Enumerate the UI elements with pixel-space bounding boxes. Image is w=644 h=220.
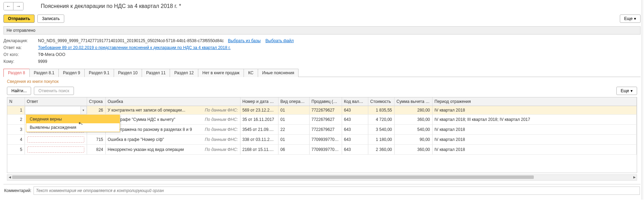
cell-ded: 540,00 — [394, 125, 432, 135]
col-deduct[interactable]: Сумма вычета НДС — [394, 97, 432, 106]
scroll-left-icon[interactable]: ◀ — [7, 175, 12, 180]
scroll-thumb[interactable] — [12, 175, 534, 179]
cell-ded: 360,00 — [394, 145, 432, 155]
answer-input[interactable] — [25, 106, 80, 114]
cell-num: 569 от 23.12.2018 — [240, 106, 278, 115]
cell-period: IV квартал 2018; III квартал 2018; IV кв… — [432, 115, 637, 125]
col-answer[interactable]: Ответ — [25, 97, 87, 106]
cell-period: IV квартал 2018 — [432, 145, 637, 155]
chevron-down-icon: ▾ — [631, 88, 633, 93]
tab-section-8-1[interactable]: Раздел 8.1 — [29, 69, 59, 77]
cell-cur: 643 — [342, 145, 368, 155]
cell-n: 2 — [7, 115, 25, 125]
page-title: Пояснения к декларации по НДС за 4 кварт… — [41, 3, 181, 9]
cell-seller: 7722679627 — [309, 106, 342, 115]
tab-section-11[interactable]: Раздел 11 — [142, 69, 170, 77]
cell-num: 3545 от 21.09.2018 — [240, 125, 278, 135]
table-row[interactable]: 4 715 Ошибка в графе "Номер с/ф"По данны… — [7, 135, 637, 145]
tab-not-in-sales[interactable]: Нет в книге продаж — [198, 69, 244, 77]
pick-from-db-link[interactable]: Выбрать из базы — [228, 38, 261, 43]
from-value: ТФ-Мега ООО — [38, 52, 65, 57]
nav-forward-button[interactable]: → — [13, 2, 23, 10]
cell-num: 2168 от 15.11.2018 — [240, 145, 278, 155]
tab-ks[interactable]: КС — [244, 69, 258, 77]
cell-op: 01 — [278, 115, 309, 125]
tab-section-12[interactable]: Раздел 12 — [170, 69, 198, 77]
pick-file-link[interactable]: Выбрать файл — [265, 38, 294, 43]
cell-cost: 3 540,00 — [368, 125, 394, 135]
tab-section-10[interactable]: Раздел 10 — [114, 69, 142, 77]
info-block: Декларация: NO_NDS_9999_9999_77142771917… — [3, 37, 641, 65]
chevron-down-icon: ▾ — [634, 16, 636, 21]
nav-back-button[interactable]: ← — [4, 2, 13, 10]
col-period[interactable]: Период отражения — [432, 97, 637, 106]
table-row[interactable]: 1 ▾ 26 У контрагента нет записи об опера… — [7, 106, 637, 115]
cell-ded: 90,00 — [394, 135, 432, 145]
answer-cell[interactable] — [25, 135, 87, 145]
horizontal-scrollbar[interactable]: ◀ ▶ — [7, 174, 637, 181]
dropdown-option-discrepancy[interactable]: Выявлены расхождения — [26, 123, 120, 132]
cell-error: ация отражена по разному в разделах 8 и … — [105, 125, 240, 135]
send-button[interactable]: Отправить — [3, 15, 35, 23]
col-seller[interactable]: Продавец (ИНН) — [309, 97, 342, 106]
cell-cost: 2 360,00 — [368, 145, 394, 155]
cell-op: 06 — [278, 145, 309, 155]
cancel-find-button[interactable]: Отменить поиск — [34, 87, 74, 95]
table-row[interactable]: 5 824 Некорректно указан код вида операц… — [7, 145, 637, 155]
answer-to-label: Ответ на: — [3, 45, 38, 50]
cell-cost: 1 835,55 — [368, 106, 394, 115]
tab-section-9[interactable]: Раздел 9 — [58, 69, 85, 77]
cell-error: Некорректно указан код вида операцииПо д… — [105, 145, 240, 155]
scroll-right-icon[interactable]: ▶ — [632, 175, 637, 180]
cell-num: 35 от 16.11.2017 — [240, 115, 278, 125]
cell-cur: 643 — [342, 115, 368, 125]
answer-cell[interactable]: ▾ — [25, 106, 87, 115]
cell-period: IV квартал 2018 — [432, 125, 637, 135]
cell-period: IV квартал 2018 — [432, 106, 637, 115]
cell-ded: 360,00 — [394, 115, 432, 125]
comment-input[interactable] — [34, 186, 640, 195]
cell-op: 01 — [278, 135, 309, 145]
declaration-value: NO_NDS_9999_9999_7714277191771401001_201… — [38, 38, 224, 43]
dropdown-option-correct[interactable]: Сведения верны — [26, 115, 120, 123]
answer-cell[interactable] — [25, 145, 87, 155]
find-button[interactable]: Найти... — [7, 87, 31, 95]
table-more-button[interactable]: Еще ▾ — [616, 87, 637, 95]
declaration-label: Декларация: — [3, 38, 38, 43]
col-cost[interactable]: Стоимость — [368, 97, 394, 106]
data-table: N Ответ Строка Ошибка Номер и дата с/ф В… — [7, 97, 637, 173]
tab-section-9-1[interactable]: Раздел 9.1 — [84, 69, 114, 77]
col-op[interactable]: Вид операции — [278, 97, 309, 106]
tab-other[interactable]: Иные пояснения — [258, 69, 299, 77]
cell-cur: 643 — [342, 135, 368, 145]
col-row[interactable]: Строка — [87, 97, 105, 106]
answer-dropdown[interactable]: Сведения верны Выявлены расхождения — [26, 115, 120, 132]
status-bar: Не отправлено — [3, 26, 641, 35]
cell-period: IV квартал 2018 — [432, 135, 637, 145]
cell-seller: 7709939770; 7... — [309, 135, 342, 145]
sub-caption: Сведения из книги покупок — [7, 79, 641, 84]
cell-cost: 1 180,00 — [368, 135, 394, 145]
cell-n: 4 — [7, 135, 25, 145]
save-button[interactable]: Записать — [37, 15, 64, 23]
cell-seller: 7722679627 — [309, 115, 342, 125]
section-tabs: Раздел 8 Раздел 8.1 Раздел 9 Раздел 9.1 … — [3, 68, 641, 77]
tab-section-8[interactable]: Раздел 8 — [3, 69, 30, 77]
cell-error: бка в графе "Сумма НДС к вычету"По данны… — [105, 115, 240, 125]
cell-row: 715 — [87, 135, 105, 145]
cell-ded: 280,00 — [394, 106, 432, 115]
cell-error: Ошибка в графе "Номер с/ф"По данным ФНС: — [105, 135, 240, 145]
col-error[interactable]: Ошибка — [105, 97, 240, 106]
answer-dropdown-toggle[interactable]: ▾ — [80, 106, 86, 114]
cell-cost: 4 720,00 — [368, 115, 394, 125]
cell-error: У контрагента нет записи об операции...П… — [105, 106, 240, 115]
more-button[interactable]: Еще ▾ — [620, 15, 641, 23]
cell-n: 3 — [7, 125, 25, 135]
col-n[interactable]: N — [7, 97, 25, 106]
cell-n: 1 — [7, 106, 25, 115]
col-currency[interactable]: Код валюты — [342, 97, 368, 106]
col-num-date[interactable]: Номер и дата с/ф — [240, 97, 278, 106]
cell-seller: 7722679627 — [309, 125, 342, 135]
answer-to-link[interactable]: Требование 89 от 20.02.2019 о представле… — [38, 45, 230, 50]
cell-num: 338 от 03.11.2016 — [240, 135, 278, 145]
